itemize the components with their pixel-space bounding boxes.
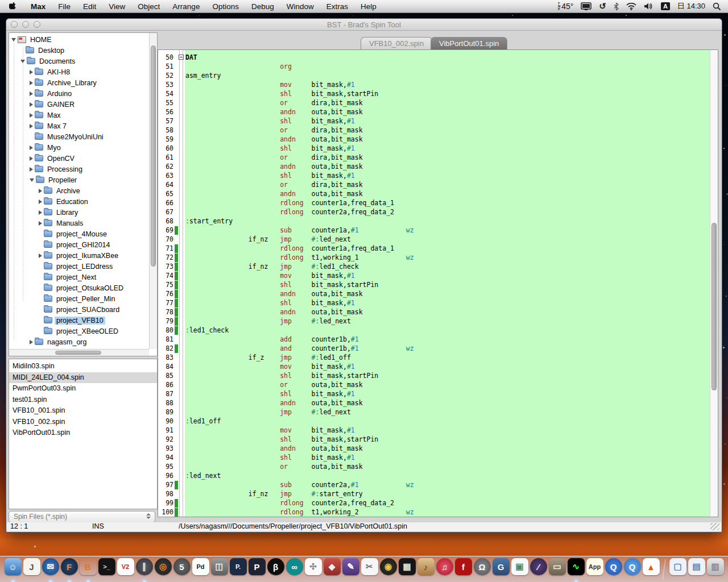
dock-icon-processing-3[interactable]: P [247,557,266,580]
file-list-item[interactable]: VFB10_001.spin [9,405,157,417]
dock-icon-propeller-tool[interactable]: ✣ [304,557,322,580]
dock-icon-thunderbird[interactable]: ✉ [41,557,60,580]
menu-item-help[interactable]: Help [354,0,383,13]
tab-VibPortOut01.spin[interactable]: VibPortOut01.spin [431,37,507,49]
editor-vertical-scrollbar[interactable] [710,50,718,517]
code-area[interactable]: 50DAT51 org52asm_entry53 mov bit_mask,#1… [158,50,710,517]
file-list-item[interactable]: MIDI_24LED_004.spin [9,372,157,384]
file-list-item[interactable]: MidiIn03.spin [9,361,157,372]
disclosure-right-icon[interactable] [30,146,33,150]
dock-icon-vlc[interactable]: ▲ [642,557,660,580]
tree-item-project_otsukaoled[interactable]: project_OtsukaOLED [9,282,149,293]
tree-item-aki-h8[interactable]: AKI-H8 [9,66,149,77]
dock-icon-itunes[interactable]: ♫ [435,557,454,580]
dock-icon-journal-app[interactable]: J [22,557,41,580]
disclosure-right-icon[interactable] [30,156,33,161]
dock-icon-headphones-app[interactable]: Ω [473,557,491,580]
tree-item-project_ikumaxbee[interactable]: project_IkumaXBee [9,250,149,261]
tree-item-project_4mouse[interactable]: project_4Mouse [9,228,149,239]
dock-icon-firefox[interactable]: F [60,557,78,580]
disclosure-right-icon[interactable] [30,81,33,85]
dock-icon-downloads-stack[interactable]: ▤ [687,557,706,580]
tree-item-education[interactable]: Education [9,196,149,207]
tree-item-arduino[interactable]: Arduino [9,88,149,99]
dock-icon-image-tool[interactable]: ✂ [360,557,379,580]
tree-item-max[interactable]: Max [9,110,149,120]
file-list-item[interactable]: test01.spin [9,394,157,406]
disclosure-right-icon[interactable] [39,221,42,226]
menu-item-object[interactable]: Object [131,0,166,13]
spotlight-icon[interactable] [713,2,721,11]
tree-item-project_peller_min[interactable]: project_Peller_Min [9,293,149,304]
dock-icon-scope-app[interactable]: ∿ [566,557,585,580]
dock-icon-prefs-window-folder[interactable]: ▢ [668,557,687,580]
resize-grip[interactable] [710,523,719,530]
dock-icon-quicktime-x[interactable]: Q [623,557,642,580]
menu-item-extras[interactable]: Extras [320,0,354,13]
tree-item-project_vfb10[interactable]: project_VFB10 [9,315,149,326]
tree-hscroll-thumb[interactable] [55,351,101,355]
time-machine-icon[interactable]: ↺ [599,1,606,11]
dock-icon-wand-app[interactable]: ∕ [529,557,548,580]
tree-horizontal-scrollbar[interactable] [9,349,149,356]
tree-item-home[interactable]: HOME [9,34,149,45]
dock-icon-gainer-app[interactable]: G [491,557,510,580]
tree-item-archive_library[interactable]: Archive_Library [9,77,149,88]
dock-icon-arduino[interactable]: ∞ [285,557,304,580]
disclosure-right-icon[interactable] [39,199,42,204]
code-editor[interactable]: 50DAT51 org52asm_entry53 mov bit_mask,#1… [158,49,718,517]
dock-icon-medal-app[interactable]: ◉ [379,557,398,580]
tree-item-project_leddress[interactable]: project_LEDdress [9,261,149,272]
tab-VFB10_002.spin[interactable]: VFB10_002.spin [361,37,432,49]
disclosure-right-icon[interactable] [30,167,33,172]
tree-item-documents[interactable]: Documents [9,56,149,66]
tree-item-project_suacboard[interactable]: project_SUACboard [9,304,149,315]
dock-icon-gadget-red-app[interactable]: ◆ [322,557,341,580]
dock-icon-terminal[interactable]: >_ [97,557,116,580]
disclosure-right-icon[interactable] [30,102,33,107]
tree-item-project_ghi2014[interactable]: project_GHI2014 [9,239,149,250]
temperature-widget[interactable]: TMP 45° [558,2,573,11]
menu-item-options[interactable]: Options [206,0,245,13]
tree-item-gainer[interactable]: GAINER [9,99,149,110]
dock-icon-five-app[interactable]: 5 [172,557,191,580]
tree-item-manuals[interactable]: Manuals [9,218,149,228]
disclosure-right-icon[interactable] [30,124,33,128]
tree-item-processing[interactable]: Processing [9,164,149,174]
apple-menu[interactable] [0,2,24,11]
disclosure-right-icon[interactable] [30,113,33,118]
volume-icon[interactable] [644,2,653,10]
tree-item-opencv[interactable]: OpenCV [9,153,149,164]
dock-icon-photo-stack[interactable]: ▣ [510,557,529,580]
dock-icon-ring-app[interactable]: ◎ [154,557,172,580]
menu-clock[interactable]: 日 14:30 [677,1,705,11]
menu-item-view[interactable]: View [102,0,131,13]
dock-icon-bst-app[interactable]: B [78,557,97,580]
dock-icon-garageband[interactable]: ♪ [416,557,435,580]
dock-icon-pure-data[interactable]: Pd [191,557,210,580]
tree-item-library[interactable]: Library [9,207,149,218]
tree-item-project_xbeeoled[interactable]: project_XBeeOLED [9,326,149,336]
input-source-indicator[interactable]: A [661,2,670,10]
tree-item-archive[interactable]: Archive [9,185,149,196]
menu-item-file[interactable]: File [52,0,77,13]
disclosure-right-icon[interactable] [39,253,42,258]
file-list-item[interactable]: PwmPortOut03.spin [9,383,157,394]
display-menu-icon[interactable] [581,2,592,11]
tree-vertical-scrollbar[interactable] [149,33,157,349]
dock-icon-processing-beta[interactable]: β [266,557,285,580]
tree-item-muse2myouniuni[interactable]: Muse2MyoUniUni [9,131,149,142]
wifi-icon[interactable] [626,3,636,10]
disclosure-down-icon[interactable] [30,178,34,182]
menu-item-edit[interactable]: Edit [77,0,102,13]
dock-icon-quicktime[interactable]: Q [604,557,623,580]
dock-icon-finder[interactable]: ☺ [3,557,22,580]
tree-item-project_next[interactable]: project_Next [9,272,149,282]
disclosure-right-icon[interactable] [30,340,33,344]
disclosure-right-icon[interactable] [39,210,42,215]
dock-icon-utility-circle-app[interactable]: ∥ [135,557,154,580]
file-list-item[interactable]: VibPortOut01.spin [9,427,157,439]
tree-item-nagasm_org[interactable]: nagasm_org [9,336,149,347]
tree-item-max 7[interactable]: Max 7 [9,120,149,131]
menu-item-arrange[interactable]: Arrange [166,0,206,13]
